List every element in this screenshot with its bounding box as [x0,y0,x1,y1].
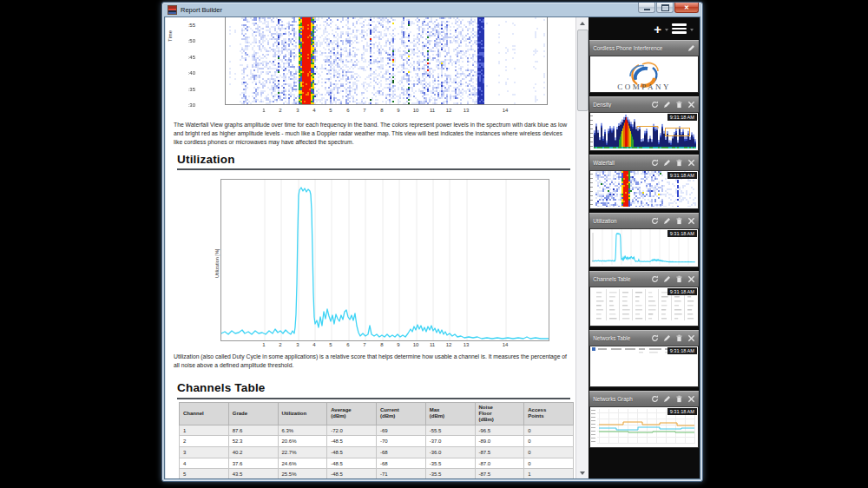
table-row: 437.624.6%-48.5-68-35.5-87.00 [180,458,574,469]
waterfall-chart [225,17,548,105]
edit-icon[interactable] [663,217,671,225]
panel-header-networks-graph[interactable]: Networks Graph [589,391,699,407]
scroll-down-arrow[interactable] [576,467,589,478]
scrollbar-thumb[interactable] [577,30,589,111]
table-cell: -68 [377,447,426,458]
close-icon[interactable] [687,395,695,403]
refresh-icon[interactable] [651,275,659,283]
close-icon[interactable] [687,275,695,283]
close-icon[interactable] [687,101,695,109]
refresh-icon[interactable] [651,217,659,225]
utilization-x-tick: 14 [501,342,510,347]
trash-icon[interactable] [675,217,683,225]
panel-header-waterfall[interactable]: Waterfall [589,155,699,171]
close-icon[interactable] [687,159,695,167]
edit-icon[interactable] [663,275,671,283]
panel-header-channels-table[interactable]: Channels Table [589,271,699,287]
table-cell: 0 [524,425,574,436]
panel-header-cordless-phone-interference[interactable]: Cordless Phone Interference [589,40,699,56]
waterfall-y-axis-label: Time [168,30,173,42]
scroll-up-arrow[interactable] [576,17,589,29]
panel-title: Cordless Phone Interference [593,45,687,51]
panel-title: Utilization [593,218,651,224]
panel-header-networks-table[interactable]: Networks Table [589,330,699,346]
waterfall-x-tick: 9 [394,108,403,113]
close-button[interactable]: ✕ [674,3,699,13]
close-icon[interactable] [687,334,695,342]
timestamp-badge: 9:31:18 AM [667,172,697,179]
add-caret-icon[interactable] [665,29,668,31]
waterfall-y-tick: :40 [181,70,195,76]
close-icon[interactable] [687,217,695,225]
utilization-x-tick: 3 [293,342,302,347]
utilization-x-tick: 9 [394,342,403,347]
panel-header-density[interactable]: Density [589,96,699,113]
panel-thumb-networks-graph[interactable]: 9:31:18 AM [589,407,699,448]
trash-icon[interactable] [675,159,683,167]
table-cell: -48.5 [327,469,377,478]
table-cell: -70 [377,436,426,447]
refresh-icon[interactable] [651,395,659,403]
table-cell: 1 [180,425,229,436]
panel-thumb-utilization[interactable]: 9:31:18 AM [589,229,699,267]
panel-thumb-channels-table[interactable]: 9:31:18 AM [589,287,699,326]
table-cell: 40.2 [228,447,278,458]
minimize-button[interactable] [638,3,655,13]
waterfall-x-tick: 8 [378,108,386,113]
report-preview-page[interactable]: Time The Waterfall View graphs amplitude… [165,17,575,478]
maximize-button[interactable] [656,3,674,13]
table-cell: -72.0 [327,425,377,436]
waterfall-x-tick: 11 [428,108,437,113]
report-scrollbar[interactable] [575,17,589,478]
table-cell: 0 [524,436,574,447]
table-header-cell: AccessPoints [524,403,574,425]
window-title: Report Builder [181,6,222,14]
panel-header-utilization[interactable]: Utilization [589,213,699,229]
table-cell: 25.5% [278,469,327,478]
panel-utilization: Utilization9:31:18 AM [589,213,699,267]
waterfall-y-tick: :35 [181,87,195,92]
utilization-caption: Utilization (also called Duty Cycle in s… [174,353,571,370]
panel-thumb-cordless-phone-interference[interactable]: COMPANY [589,56,699,93]
table-cell: 52.3 [228,436,278,447]
panel-networks-graph: Networks Graph9:31:18 AM [589,391,699,448]
utilization-chart [220,179,549,341]
refresh-icon[interactable] [651,101,659,109]
utilization-x-tick: 13 [462,342,470,347]
waterfall-x-tick: 4 [310,108,319,113]
trash-icon[interactable] [675,275,683,283]
trash-icon[interactable] [675,395,683,403]
panel-thumb-networks-table[interactable]: 9:31:18 AM [589,346,699,387]
panel-thumb-waterfall[interactable]: 9:31:18 AM [589,171,699,209]
table-cell: 1 [524,469,574,478]
waterfall-y-tick: :50 [181,38,195,43]
panel-density: Density9:31:18 AM [589,96,699,151]
table-cell: -35.5 [425,458,475,469]
refresh-icon[interactable] [651,159,659,167]
table-cell: -48.5 [327,458,377,469]
add-element-button[interactable]: + [654,23,661,36]
edit-icon[interactable] [663,334,671,342]
hamburger-menu-icon[interactable] [672,23,687,34]
titlebar[interactable]: Report Builder ✕ [162,3,702,16]
edit-icon[interactable] [663,159,671,167]
menu-caret-icon[interactable] [690,29,694,31]
table-cell: 37.6 [228,458,278,469]
panel-title: Channels Table [593,276,651,282]
trash-icon[interactable] [675,101,683,109]
edit-icon[interactable] [687,44,695,52]
table-cell: 20.6% [278,436,327,447]
trash-icon[interactable] [675,334,683,342]
panel-waterfall: Waterfall9:31:18 AM [589,155,699,209]
table-cell: -48.5 [327,447,377,458]
utilization-x-tick: 12 [444,342,453,347]
edit-icon[interactable] [663,395,671,403]
utilization-x-tick: 11 [428,342,437,347]
waterfall-x-tick: 2 [276,108,285,113]
waterfall-x-tick: 14 [501,108,510,113]
panel-thumb-density[interactable]: 9:31:18 AM [589,113,699,151]
refresh-icon[interactable] [651,334,659,342]
edit-icon[interactable] [663,101,671,109]
logo-text: COMPANY [617,82,671,91]
sidebar-panels: Cordless Phone InterferenceCOMPANYDensit… [589,40,700,452]
